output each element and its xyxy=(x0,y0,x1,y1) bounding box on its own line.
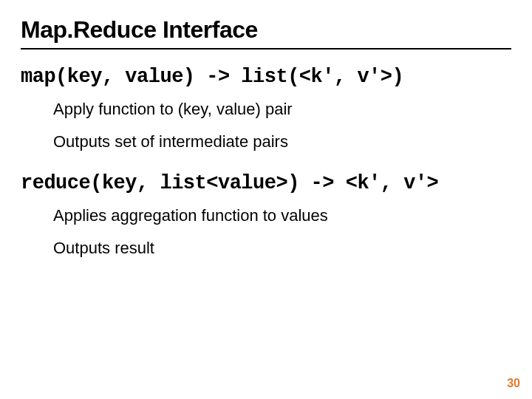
map-bullets: Apply function to (key, value) pair Outp… xyxy=(53,100,511,151)
slide: Map.Reduce Interface map(key, value) -> … xyxy=(0,0,532,399)
map-bullet: Apply function to (key, value) pair xyxy=(53,100,511,119)
map-bullet: Outputs set of intermediate pairs xyxy=(53,132,511,151)
title-rule xyxy=(21,48,511,50)
reduce-bullet: Applies aggregation function to values xyxy=(53,206,511,225)
slide-title: Map.Reduce Interface xyxy=(21,16,511,44)
reduce-bullets: Applies aggregation function to values O… xyxy=(53,206,511,258)
reduce-signature: reduce(key, list<value>) -> <k', v'> xyxy=(21,172,511,194)
reduce-bullet: Outputs result xyxy=(53,239,511,258)
page-number: 30 xyxy=(507,377,520,390)
map-signature: map(key, value) -> list(<k', v'>) xyxy=(21,66,511,88)
